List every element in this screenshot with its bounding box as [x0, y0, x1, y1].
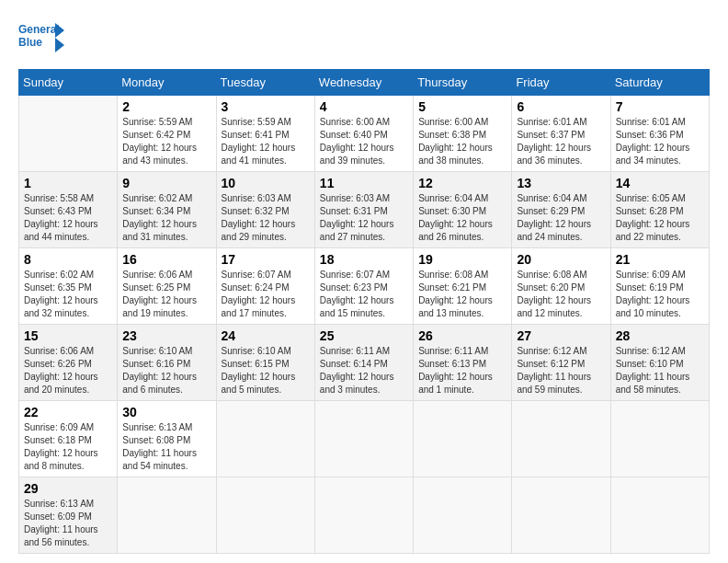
- calendar-cell: 6 Sunrise: 6:01 AMSunset: 6:37 PMDayligh…: [512, 96, 610, 172]
- day-info: Sunrise: 6:11 AMSunset: 6:14 PMDaylight:…: [320, 346, 394, 395]
- day-number: 26: [418, 328, 506, 343]
- day-number: 5: [418, 99, 506, 114]
- calendar-cell: 29 Sunrise: 6:13 AMSunset: 6:09 PMDaylig…: [19, 477, 118, 554]
- calendar-cell: 21 Sunrise: 6:09 AMSunset: 6:19 PMDaylig…: [610, 248, 709, 325]
- calendar-cell: 7 Sunrise: 6:01 AMSunset: 6:36 PMDayligh…: [610, 96, 709, 172]
- weekday-header-thursday: Thursday: [414, 70, 512, 96]
- day-number: 12: [418, 176, 506, 190]
- calendar-cell: [314, 401, 413, 477]
- day-number: 16: [122, 252, 210, 267]
- calendar-cell: 4 Sunrise: 6:00 AMSunset: 6:40 PMDayligh…: [314, 96, 413, 172]
- day-number: 27: [517, 328, 605, 343]
- day-info: Sunrise: 6:05 AMSunset: 6:28 PMDaylight:…: [616, 193, 690, 242]
- calendar-cell: [216, 477, 314, 554]
- calendar-cell: [216, 401, 314, 477]
- calendar-cell: 14 Sunrise: 6:05 AMSunset: 6:28 PMDaylig…: [610, 172, 709, 248]
- calendar-cell: 16 Sunrise: 6:06 AMSunset: 6:25 PMDaylig…: [118, 248, 216, 325]
- day-info: Sunrise: 6:02 AMSunset: 6:34 PMDaylight:…: [122, 193, 197, 242]
- calendar-cell: 30 Sunrise: 6:13 AMSunset: 6:08 PMDaylig…: [118, 401, 216, 477]
- day-number: 1: [24, 176, 112, 190]
- day-info: Sunrise: 6:00 AMSunset: 6:40 PMDaylight:…: [320, 117, 394, 166]
- calendar-cell: 3 Sunrise: 5:59 AMSunset: 6:41 PMDayligh…: [216, 96, 314, 172]
- calendar-cell: 13 Sunrise: 6:04 AMSunset: 6:29 PMDaylig…: [512, 172, 610, 248]
- day-info: Sunrise: 5:59 AMSunset: 6:42 PMDaylight:…: [122, 117, 197, 166]
- calendar-cell: 24 Sunrise: 6:10 AMSunset: 6:15 PMDaylig…: [216, 325, 314, 401]
- calendar-cell: 15 Sunrise: 6:06 AMSunset: 6:26 PMDaylig…: [19, 325, 118, 401]
- day-info: Sunrise: 6:06 AMSunset: 6:26 PMDaylight:…: [24, 346, 98, 395]
- day-info: Sunrise: 5:59 AMSunset: 6:41 PMDaylight:…: [222, 117, 296, 166]
- calendar-cell: [118, 477, 216, 554]
- week-row-4: 22 Sunrise: 6:09 AMSunset: 6:18 PMDaylig…: [19, 401, 710, 477]
- day-info: Sunrise: 6:12 AMSunset: 6:10 PMDaylight:…: [616, 346, 690, 395]
- calendar-cell: 1 Sunrise: 5:58 AMSunset: 6:43 PMDayligh…: [19, 172, 118, 248]
- day-number: 24: [222, 328, 310, 343]
- day-info: Sunrise: 6:08 AMSunset: 6:21 PMDaylight:…: [418, 270, 493, 318]
- day-number: 23: [122, 328, 210, 343]
- svg-text:General: General: [18, 23, 60, 36]
- day-info: Sunrise: 6:07 AMSunset: 6:23 PMDaylight:…: [320, 270, 394, 318]
- day-info: Sunrise: 6:03 AMSunset: 6:31 PMDaylight:…: [320, 193, 394, 242]
- calendar-cell: [610, 477, 709, 554]
- svg-text:Blue: Blue: [18, 36, 42, 49]
- day-number: 20: [517, 252, 605, 267]
- day-info: Sunrise: 6:09 AMSunset: 6:19 PMDaylight:…: [616, 270, 690, 318]
- day-info: Sunrise: 6:02 AMSunset: 6:35 PMDaylight:…: [24, 270, 98, 318]
- day-number: 19: [418, 252, 506, 267]
- day-number: 7: [616, 99, 704, 114]
- day-info: Sunrise: 6:07 AMSunset: 6:24 PMDaylight:…: [222, 270, 296, 318]
- day-info: Sunrise: 6:08 AMSunset: 6:20 PMDaylight:…: [517, 270, 591, 318]
- weekday-header-friday: Friday: [512, 70, 610, 96]
- day-number: 17: [222, 252, 310, 267]
- day-info: Sunrise: 6:13 AMSunset: 6:08 PMDaylight:…: [122, 422, 197, 471]
- calendar-cell: 8 Sunrise: 6:02 AMSunset: 6:35 PMDayligh…: [19, 248, 118, 325]
- calendar-cell: 27 Sunrise: 6:12 AMSunset: 6:12 PMDaylig…: [512, 325, 610, 401]
- week-row-1: 1 Sunrise: 5:58 AMSunset: 6:43 PMDayligh…: [19, 172, 710, 248]
- calendar-cell: [414, 477, 512, 554]
- calendar-cell: 11 Sunrise: 6:03 AMSunset: 6:31 PMDaylig…: [314, 172, 413, 248]
- day-info: Sunrise: 6:09 AMSunset: 6:18 PMDaylight:…: [24, 422, 98, 471]
- week-row-3: 15 Sunrise: 6:06 AMSunset: 6:26 PMDaylig…: [19, 325, 710, 401]
- calendar-cell: 17 Sunrise: 6:07 AMSunset: 6:24 PMDaylig…: [216, 248, 314, 325]
- day-info: Sunrise: 6:10 AMSunset: 6:16 PMDaylight:…: [122, 346, 197, 395]
- week-row-2: 8 Sunrise: 6:02 AMSunset: 6:35 PMDayligh…: [19, 248, 710, 325]
- day-info: Sunrise: 6:01 AMSunset: 6:36 PMDaylight:…: [616, 117, 690, 166]
- week-row-0: 2 Sunrise: 5:59 AMSunset: 6:42 PMDayligh…: [19, 96, 710, 172]
- calendar-cell: 23 Sunrise: 6:10 AMSunset: 6:16 PMDaylig…: [118, 325, 216, 401]
- page-header: General Blue: [18, 18, 710, 55]
- day-number: 30: [122, 405, 210, 419]
- day-info: Sunrise: 6:04 AMSunset: 6:29 PMDaylight:…: [517, 193, 591, 242]
- day-info: Sunrise: 6:10 AMSunset: 6:15 PMDaylight:…: [222, 346, 296, 395]
- day-number: 18: [320, 252, 408, 267]
- header-row: SundayMondayTuesdayWednesdayThursdayFrid…: [19, 70, 710, 96]
- weekday-header-saturday: Saturday: [610, 70, 709, 96]
- calendar-cell: 10 Sunrise: 6:03 AMSunset: 6:32 PMDaylig…: [216, 172, 314, 248]
- day-number: 21: [616, 252, 704, 267]
- day-number: 15: [24, 328, 112, 343]
- week-row-5: 29 Sunrise: 6:13 AMSunset: 6:09 PMDaylig…: [19, 477, 710, 554]
- calendar-cell: [512, 477, 610, 554]
- weekday-header-monday: Monday: [118, 70, 216, 96]
- calendar-cell: 20 Sunrise: 6:08 AMSunset: 6:20 PMDaylig…: [512, 248, 610, 325]
- calendar-cell: [610, 401, 709, 477]
- day-number: 25: [320, 328, 408, 343]
- day-number: 22: [24, 405, 112, 419]
- calendar-cell: [19, 96, 118, 172]
- calendar-cell: 12 Sunrise: 6:04 AMSunset: 6:30 PMDaylig…: [414, 172, 512, 248]
- calendar-cell: 22 Sunrise: 6:09 AMSunset: 6:18 PMDaylig…: [19, 401, 118, 477]
- day-number: 3: [222, 99, 310, 114]
- calendar-cell: 18 Sunrise: 6:07 AMSunset: 6:23 PMDaylig…: [314, 248, 413, 325]
- calendar-cell: [512, 401, 610, 477]
- day-number: 13: [517, 176, 605, 190]
- day-info: Sunrise: 6:01 AMSunset: 6:37 PMDaylight:…: [517, 117, 591, 166]
- day-info: Sunrise: 6:03 AMSunset: 6:32 PMDaylight:…: [222, 193, 296, 242]
- calendar-cell: 28 Sunrise: 6:12 AMSunset: 6:10 PMDaylig…: [610, 325, 709, 401]
- day-number: 9: [122, 176, 210, 190]
- day-info: Sunrise: 6:11 AMSunset: 6:13 PMDaylight:…: [418, 346, 493, 395]
- logo: General Blue: [18, 18, 64, 55]
- calendar-table: SundayMondayTuesdayWednesdayThursdayFrid…: [18, 69, 710, 554]
- day-info: Sunrise: 5:58 AMSunset: 6:43 PMDaylight:…: [24, 193, 98, 242]
- calendar-cell: [414, 401, 512, 477]
- day-number: 29: [24, 481, 112, 496]
- calendar-cell: 5 Sunrise: 6:00 AMSunset: 6:38 PMDayligh…: [414, 96, 512, 172]
- svg-marker-2: [55, 23, 64, 52]
